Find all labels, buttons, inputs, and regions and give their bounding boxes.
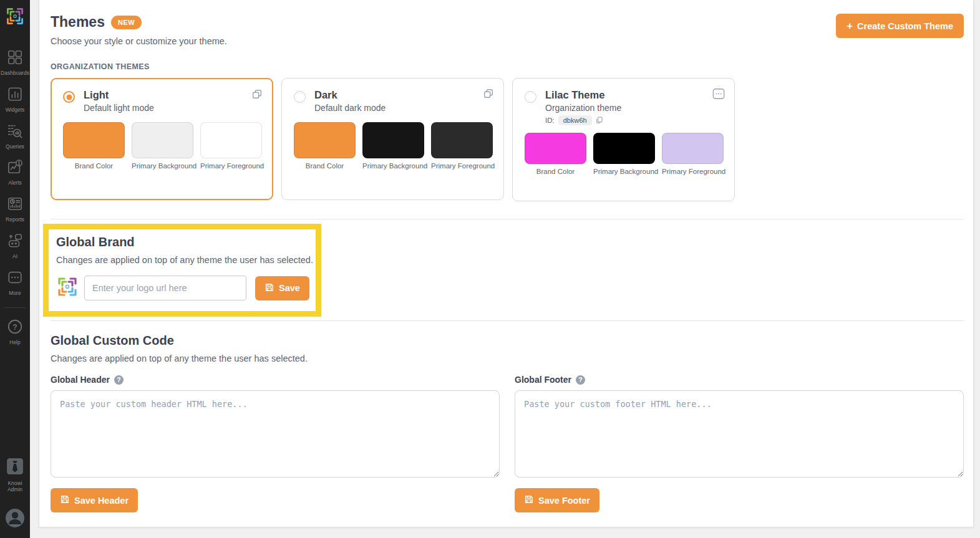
themes-settings-panel: Themes NEW Choose your style or customiz… [39, 0, 974, 527]
swatch-label: Brand Color [294, 162, 356, 170]
global-custom-code-title: Global Custom Code [51, 334, 964, 348]
page-title: Themes [51, 14, 105, 31]
sidebar-divider [4, 307, 26, 308]
help-tooltip-icon[interactable]: ? [576, 375, 585, 385]
swatch-label: Primary Background [132, 162, 193, 170]
swatch-label: Primary Foreground [431, 162, 493, 170]
save-footer-button[interactable]: Save Footer [515, 488, 599, 512]
section-divider [51, 320, 964, 321]
ellipsis-icon[interactable] [712, 88, 725, 102]
reports-icon [7, 196, 23, 214]
sidebar-item-knowi-admin[interactable]: Knowi Admin [0, 453, 30, 498]
theme-name: Light [84, 89, 154, 101]
sidebar: Dashboards Widgets Queries [0, 0, 30, 538]
global-footer-column: Global Footer ? Save Footer [515, 366, 964, 512]
page-subtitle: Choose your style or customize your them… [51, 36, 227, 46]
save-icon [60, 494, 70, 506]
theme-cards-row: Light Default light mode Brand Color Pri… [51, 78, 964, 201]
theme-card-lilac[interactable]: Lilac Theme Organization theme ID: dbkw6… [512, 78, 735, 201]
swatch-label: Primary Background [593, 168, 655, 175]
swatch-primary-background[interactable] [132, 122, 193, 158]
dashboards-icon [7, 49, 23, 68]
queries-icon [7, 123, 23, 142]
swatch-brand-color[interactable] [525, 133, 586, 164]
sidebar-item-label: Help [9, 340, 20, 346]
brand-logo-preview [56, 276, 79, 300]
help-tooltip-icon[interactable]: ? [114, 375, 124, 385]
sidebar-item-label: Dashboards [1, 70, 29, 77]
global-custom-code-description: Changes are applied on top of any theme … [51, 353, 964, 363]
theme-description: Default dark mode [314, 103, 386, 113]
global-custom-code-section: Global Custom Code Changes are applied o… [51, 334, 964, 512]
global-header-column: Global Header ? Save Header [51, 366, 500, 512]
save-header-button[interactable]: Save Header [51, 488, 138, 512]
svg-text:?: ? [12, 323, 17, 332]
swatch-primary-background[interactable] [362, 122, 424, 158]
sidebar-item-reports[interactable]: Reports [0, 191, 30, 228]
sidebar-item-more[interactable]: More [0, 265, 30, 302]
help-icon: ? [7, 319, 23, 337]
sidebar-item-label: Widgets [6, 107, 25, 113]
theme-name: Lilac Theme [545, 89, 621, 101]
radio-lilac[interactable] [525, 91, 536, 103]
section-divider [51, 219, 964, 219]
theme-name: Dark [314, 89, 386, 101]
new-badge: NEW [111, 16, 142, 29]
radio-dark[interactable] [294, 91, 306, 103]
swatch-label: Primary Background [362, 162, 424, 170]
sidebar-item-dashboards[interactable]: Dashboards [0, 45, 30, 82]
global-footer-label: Global Footer [515, 375, 571, 385]
swatch-label: Primary Foreground [200, 162, 262, 170]
widgets-icon [7, 86, 23, 105]
sidebar-item-label: Knowi Admin [2, 481, 28, 493]
admin-tie-icon [6, 457, 24, 478]
theme-id-value: dbkw6h [558, 115, 592, 125]
sidebar-item-label: AI [12, 254, 17, 260]
global-footer-textarea[interactable] [515, 390, 964, 478]
sidebar-item-label: Alerts [8, 180, 22, 186]
swatch-primary-foreground[interactable] [662, 133, 724, 164]
global-header-textarea[interactable] [51, 390, 500, 478]
logo-url-input[interactable] [84, 276, 246, 300]
swatch-brand-color[interactable] [63, 122, 125, 158]
swatch-primary-background[interactable] [593, 133, 655, 164]
global-brand-description: Changes are applied on top of any theme … [56, 255, 316, 265]
global-brand-title: Global Brand [56, 235, 316, 249]
swatch-label: Primary Foreground [662, 168, 724, 175]
copy-icon[interactable] [251, 89, 263, 102]
sidebar-item-ai[interactable]: AI [0, 228, 30, 265]
global-brand-section-highlight: Global Brand Changes are applied on top … [43, 224, 321, 317]
swatch-label: Brand Color [525, 168, 586, 175]
plus-icon: + [847, 21, 853, 31]
sidebar-item-label: More [9, 291, 21, 297]
sidebar-item-widgets[interactable]: Widgets [0, 82, 30, 118]
copy-icon[interactable] [483, 88, 494, 102]
create-custom-theme-button[interactable]: + Create Custom Theme [836, 14, 964, 38]
more-icon [7, 269, 23, 288]
radio-light[interactable] [63, 91, 75, 103]
theme-id-label: ID: [545, 117, 555, 124]
save-icon [264, 282, 274, 294]
sidebar-item-queries[interactable]: Queries [0, 118, 30, 155]
save-icon [524, 494, 534, 506]
copy-id-icon[interactable] [592, 116, 603, 125]
theme-card-dark[interactable]: Dark Default dark mode Brand Color Prima… [281, 78, 504, 200]
sidebar-item-label: Queries [6, 144, 24, 150]
sidebar-item-help[interactable]: ? Help [0, 314, 30, 351]
swatch-primary-foreground[interactable] [200, 122, 262, 158]
sidebar-item-label: Reports [6, 217, 24, 223]
swatch-brand-color[interactable] [294, 122, 356, 158]
swatch-primary-foreground[interactable] [431, 122, 493, 158]
theme-description: Organization theme [545, 103, 621, 113]
swatch-label: Brand Color [63, 162, 125, 170]
alerts-icon [7, 159, 23, 178]
knowi-logo[interactable] [5, 6, 25, 29]
save-brand-button[interactable]: Save [255, 276, 309, 300]
global-header-label: Global Header [51, 375, 110, 385]
theme-description: Default light mode [84, 103, 154, 113]
theme-card-light[interactable]: Light Default light mode Brand Color Pri… [51, 78, 273, 200]
organization-themes-label: ORGANIZATION THEMES [51, 62, 964, 71]
avatar[interactable] [4, 507, 26, 532]
sidebar-item-alerts[interactable]: Alerts [0, 155, 30, 191]
ai-icon [7, 233, 23, 251]
